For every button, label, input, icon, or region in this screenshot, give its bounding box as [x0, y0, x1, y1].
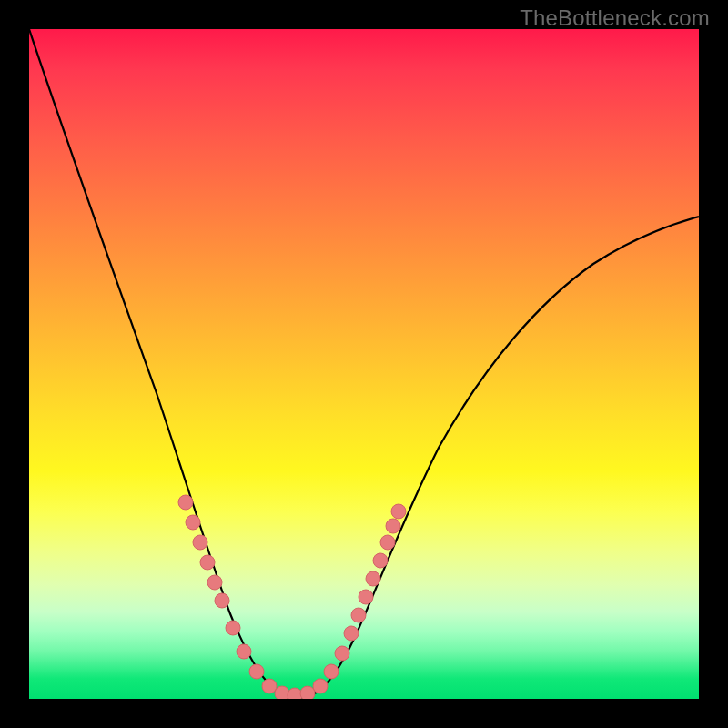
curve-marker — [275, 686, 289, 699]
curve-marker — [313, 679, 328, 693]
curve-marker — [186, 515, 200, 530]
curve-marker — [344, 626, 359, 641]
curve-marker — [300, 686, 315, 699]
curve-marker — [373, 553, 388, 568]
curve-marker — [351, 608, 366, 622]
curve-marker — [178, 495, 193, 510]
curve-marker — [200, 555, 215, 570]
curve-marker — [207, 575, 222, 590]
curve-marker — [249, 664, 264, 679]
curve-marker — [380, 535, 395, 550]
curve-marker — [237, 644, 251, 659]
curve-marker — [193, 535, 207, 550]
curve-marker — [215, 593, 229, 608]
watermark-text: TheBottleneck.com — [520, 5, 710, 31]
chart-frame: TheBottleneck.com — [0, 0, 728, 728]
curve-marker — [359, 590, 373, 604]
curve-marker — [262, 679, 277, 693]
curve-marker — [391, 504, 406, 519]
curve-marker — [335, 646, 349, 661]
curve-marker — [226, 621, 240, 635]
plot-area — [29, 29, 699, 699]
curve-marker — [324, 664, 339, 679]
curve-marker — [386, 519, 400, 533]
curve-marker — [366, 571, 380, 586]
bottleneck-curve-svg — [29, 29, 699, 699]
